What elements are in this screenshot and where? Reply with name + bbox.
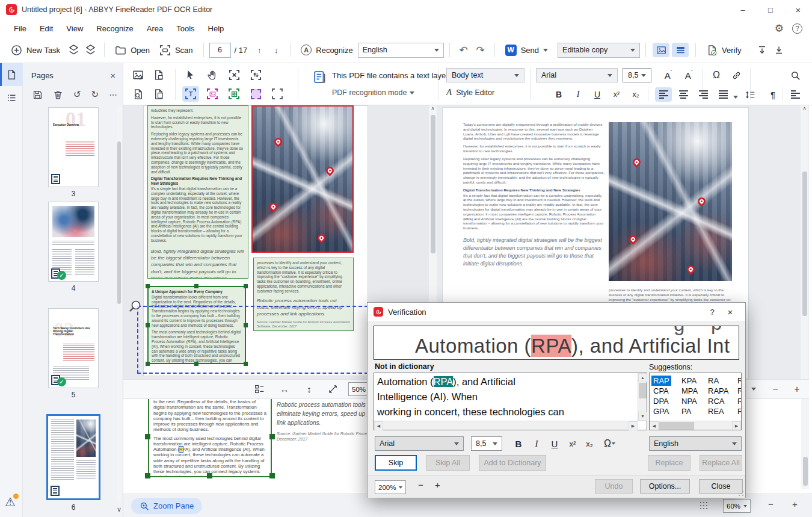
suggestion-item[interactable]: CPA [651, 386, 671, 396]
add-pages-icon[interactable] [65, 42, 82, 58]
export-format-select[interactable]: Editable copy [558, 43, 640, 58]
pages-scrollbar[interactable] [117, 105, 121, 503]
italic-button[interactable]: I [570, 87, 586, 102]
text-properties-button[interactable] [787, 87, 804, 102]
edit-image-tool-icon[interactable] [129, 67, 146, 82]
rotate-right-icon[interactable]: ↻ [91, 89, 99, 100]
settings-gear-icon[interactable]: ⚙ [775, 22, 784, 35]
menu-recognize[interactable]: Recognize [90, 22, 140, 36]
zoom-in-button[interactable]: + [789, 382, 805, 397]
ocr-language-select[interactable]: English [358, 43, 444, 58]
area-handle[interactable] [269, 473, 275, 478]
result-column-1[interactable]: Today's consumers are digitally empowere… [463, 122, 604, 271]
dialog-underline-button[interactable]: U [547, 436, 562, 451]
suggestion-item[interactable]: R [736, 376, 742, 386]
page-thumbnail-4[interactable]: ✓ [48, 202, 99, 282]
delete-area-tool-icon[interactable] [226, 67, 242, 82]
preview-page-icon[interactable] [129, 86, 146, 102]
superscript-button[interactable]: x² [608, 87, 625, 102]
text-zoom-chevron-icon[interactable] [751, 388, 756, 393]
suggestion-item[interactable]: R [736, 396, 742, 406]
decrease-font-icon[interactable]: Aˇ [680, 68, 697, 82]
dialog-title-bar[interactable]: Verification ? × [368, 303, 745, 321]
picture-area-tool-icon[interactable] [204, 86, 221, 102]
suggestion-item[interactable]: RAPA [706, 386, 730, 396]
dialog-font-size-select[interactable]: 8,5 [471, 436, 502, 451]
link-icon[interactable] [728, 68, 745, 82]
more-actions-icon[interactable]: ⋯ [109, 90, 117, 99]
justify-button[interactable] [715, 87, 731, 102]
text-pane-scrollbar[interactable]: ∧ [801, 105, 808, 379]
dialog-superscript-button[interactable]: x² [565, 436, 580, 451]
area-handle[interactable] [269, 434, 275, 439]
page-thumbnail-5[interactable]: 02 Tech Savvy Customers Are Driving Digi… [48, 308, 99, 388]
recognized-text-editor[interactable]: Automation (RPA), and Artificial Intelli… [374, 373, 647, 430]
menu-area[interactable]: Area [140, 22, 170, 36]
dialog-italic-button[interactable]: I [529, 436, 544, 451]
page-thumbnail-3[interactable]: 01 Executive Overview [48, 107, 99, 187]
list-view-tab[interactable] [0, 86, 23, 109]
dialog-bold-button[interactable]: B [511, 436, 526, 451]
undo-icon[interactable]: ↶ [455, 42, 472, 58]
copy-page-icon[interactable] [150, 86, 167, 102]
suggestion-item[interactable]: DPA [651, 396, 671, 406]
pane-layout-button[interactable] [251, 382, 268, 397]
warnings-indicator[interactable]: ⚠ [5, 495, 16, 509]
scan-button[interactable]: Scan [155, 42, 198, 59]
search-icon[interactable] [787, 68, 804, 82]
dialog-close-icon[interactable]: × [721, 307, 739, 317]
pages-panel-close-icon[interactable]: × [110, 70, 115, 81]
send-to-word-button[interactable]: W Send [500, 42, 553, 59]
alignment-chevron-icon[interactable] [733, 96, 738, 101]
add-to-dictionary-button[interactable]: Add to Dictionary [479, 455, 546, 471]
editor-hscrollbar[interactable]: ◀ ▶ [374, 421, 638, 430]
underline-button[interactable]: U [589, 87, 606, 102]
skip-all-button[interactable]: Skip All [426, 455, 470, 471]
suggestion-item[interactable]: RA [706, 376, 721, 386]
dialog-zoom-select[interactable]: 200% [375, 480, 406, 494]
suggestion-item[interactable]: GPA [651, 406, 671, 416]
last-error-icon[interactable] [770, 42, 787, 58]
resize-grip[interactable] [737, 490, 745, 497]
picture-area-city-image[interactable] [251, 105, 354, 253]
undo-button[interactable]: Undo [595, 479, 633, 494]
text-area-block-1[interactable]: industries they represent. However, for … [147, 105, 248, 279]
suggestion-item[interactable]: KPA [680, 376, 698, 386]
suggestion-item[interactable]: RCA [706, 396, 726, 406]
close-button[interactable]: × [784, 0, 812, 19]
align-right-button[interactable] [695, 87, 712, 102]
fit-height-button[interactable]: ↕ [301, 382, 318, 397]
area-handle[interactable] [194, 284, 198, 288]
dialog-subscript-button[interactable]: x₂ [582, 436, 597, 451]
close-button-dialog[interactable]: Close [699, 479, 743, 494]
verify-button[interactable]: Verify [701, 42, 746, 59]
paragraph-marks-button[interactable]: ¶ [764, 87, 781, 102]
suggestions-list[interactable]: RAP KPA RA R CPA MPA RAPA R DPA NPA RCA … [649, 373, 742, 430]
dialog-help-icon[interactable]: ? [703, 308, 721, 317]
page-thumbnail-6-selected[interactable] [46, 414, 100, 500]
page-number-input[interactable]: 6 [209, 43, 231, 58]
paragraph-style-select[interactable]: Body text [446, 68, 524, 82]
menu-file[interactable]: File [7, 22, 33, 36]
increase-font-icon[interactable]: Aˆ [660, 68, 677, 82]
menu-edit[interactable]: Edit [33, 22, 60, 36]
dialog-font-select[interactable]: Arial [375, 436, 464, 451]
dialog-zoom-out[interactable]: − [418, 480, 423, 490]
view-image-pane-toggle[interactable] [653, 43, 669, 57]
suggestion-item[interactable]: MPA [680, 386, 700, 396]
dialog-zoom-in[interactable]: + [435, 480, 440, 490]
reorder-areas-tool-icon[interactable] [247, 67, 264, 82]
help-icon[interactable]: ? [792, 23, 802, 34]
select-tool-icon[interactable] [182, 67, 199, 82]
dialog-language-select[interactable]: English [649, 436, 742, 451]
zoom-pane-text-block[interactable]: to the next. Regardless of the details, … [148, 398, 272, 477]
menu-view[interactable]: View [60, 22, 90, 36]
line-spacing-button[interactable] [742, 87, 758, 102]
page-grid-icon[interactable] [700, 501, 708, 510]
window-zoom-select[interactable]: 60% [723, 499, 751, 513]
area-handle[interactable] [207, 473, 212, 478]
skip-button[interactable]: Skip [375, 455, 417, 471]
dialog-special-char-button[interactable]: Ω [598, 436, 621, 451]
zoom-pane-toggle-button[interactable]: Zoom Pane [131, 498, 202, 514]
zoom-pane-scrollbar[interactable] [801, 399, 809, 489]
